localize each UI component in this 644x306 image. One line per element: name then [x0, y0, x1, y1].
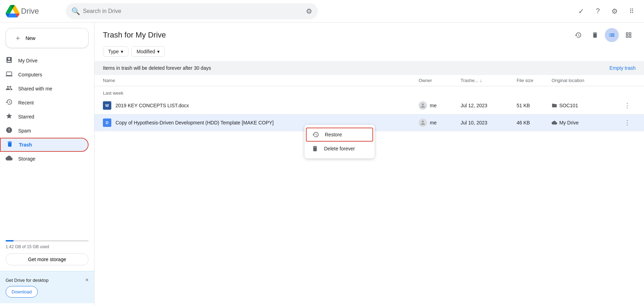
new-button[interactable]: ＋ New: [6, 28, 89, 48]
plus-icon: ＋: [14, 33, 21, 43]
context-menu: Restore Delete forever: [304, 125, 374, 158]
type-filter-btn[interactable]: Type ▾: [103, 46, 128, 57]
tasks-icon-btn[interactable]: ✓: [574, 4, 588, 18]
gdoc-file-icon: D: [103, 118, 111, 127]
delete-icon-btn[interactable]: [588, 28, 602, 42]
search-input[interactable]: [83, 8, 303, 14]
storage-section: 1.42 GB of 15 GB used Get more storage: [0, 232, 94, 271]
table-row[interactable]: D Copy of Hypothesis-Driven Development …: [94, 114, 644, 131]
empty-trash-button[interactable]: Empty trash: [609, 65, 636, 71]
content-area: Trash for My Drive: [94, 22, 644, 306]
folder-icon: [552, 103, 557, 108]
sidebar-item-recent[interactable]: Recent: [0, 96, 89, 110]
shared-icon: [6, 84, 13, 93]
sidebar-label-spam: Spam: [18, 128, 31, 134]
col-location[interactable]: Original location: [552, 78, 622, 83]
owner-cell: me: [419, 101, 461, 110]
content-actions: [571, 28, 636, 42]
get-storage-button[interactable]: Get more storage: [6, 253, 89, 265]
col-filesize-label: File size: [517, 78, 533, 83]
drive-logo-icon: [6, 4, 20, 18]
table-header: Name Owner Trashe... ↓ File size Origina…: [94, 75, 644, 86]
sidebar-item-trash[interactable]: Trash: [0, 138, 89, 152]
promo-title: Get Drive for desktop: [6, 278, 49, 283]
sidebar-item-starred[interactable]: Starred: [0, 110, 89, 124]
restore-icon: [312, 131, 319, 138]
context-menu-item-restore[interactable]: Restore: [306, 128, 373, 142]
trash-notice-text: Items in trash will be deleted forever a…: [103, 65, 211, 71]
spam-icon: [6, 127, 13, 135]
owner-name: me: [430, 120, 436, 125]
storage-text: 1.42 GB of 15 GB used: [6, 244, 89, 249]
page-title: Trash for My Drive: [103, 30, 166, 40]
logo-text: Drive: [21, 7, 39, 16]
col-owner[interactable]: Owner: [419, 78, 461, 83]
section-label: Last week: [94, 86, 644, 97]
sidebar-item-my-drive[interactable]: My Drive: [0, 54, 89, 68]
type-filter-label: Type: [108, 49, 119, 54]
new-label: New: [26, 35, 35, 41]
delete-forever-icon: [312, 145, 318, 152]
modified-filter-btn[interactable]: Modified ▾: [131, 46, 165, 57]
more-options-button[interactable]: ⋮: [622, 100, 633, 111]
location-name: SOC101: [559, 103, 578, 108]
location-name: My Drive: [559, 120, 579, 125]
file-name: 2019 KEY CONCEPTS LIST.docx: [115, 103, 189, 108]
sidebar-label-recent: Recent: [18, 100, 34, 106]
avatar: [419, 101, 427, 110]
search-bar[interactable]: 🔍 ⚙: [66, 3, 318, 19]
trash-notice: Items in trash will be deleted forever a…: [94, 61, 644, 75]
more-options-button[interactable]: ⋮: [622, 117, 633, 128]
header-icons: ✓ ? ⚙ ⠿: [574, 4, 638, 18]
modified-filter-label: Modified: [136, 49, 155, 54]
search-icon: 🔍: [71, 7, 80, 15]
apps-icon-btn[interactable]: ⠿: [624, 4, 638, 18]
delete-forever-label: Delete forever: [324, 146, 355, 151]
file-name-cell: W 2019 KEY CONCEPTS LIST.docx: [103, 101, 419, 110]
avatar: [419, 118, 427, 127]
col-trashed[interactable]: Trashe... ↓: [461, 78, 517, 83]
app-header: Drive 🔍 ⚙ ✓ ? ⚙ ⠿: [0, 0, 644, 22]
sidebar-item-shared[interactable]: Shared with me: [0, 82, 89, 96]
filter-bar: Type ▾ Modified ▾: [94, 42, 644, 61]
sidebar: ＋ New My Drive Computers Shared with: [0, 22, 94, 306]
file-name: Copy of Hypothesis-Driven Development (H…: [115, 120, 274, 125]
col-name[interactable]: Name: [103, 78, 419, 83]
main-area: ＋ New My Drive Computers Shared with: [0, 22, 644, 306]
grid-view-btn[interactable]: [622, 28, 636, 42]
desktop-promo: Get Drive for desktop × Download: [0, 271, 94, 303]
context-menu-item-delete[interactable]: Delete forever: [304, 142, 374, 156]
date-cell: Jul 12, 2023: [461, 103, 517, 108]
sidebar-item-storage[interactable]: Storage: [0, 152, 89, 166]
promo-close-button[interactable]: ×: [85, 277, 89, 283]
computers-icon: [6, 70, 13, 79]
col-location-label: Original location: [552, 78, 584, 83]
size-cell: 51 KB: [517, 103, 552, 108]
date-cell: Jul 10, 2023: [461, 120, 517, 125]
modified-filter-arrow-icon: ▾: [157, 49, 160, 54]
sidebar-label-trash: Trash: [19, 142, 32, 148]
content-header: Trash for My Drive: [94, 22, 644, 42]
promo-header: Get Drive for desktop ×: [6, 277, 89, 283]
restore-all-icon-btn[interactable]: [571, 28, 585, 42]
file-table: Name Owner Trashe... ↓ File size Origina…: [94, 75, 644, 306]
sidebar-item-computers[interactable]: Computers: [0, 68, 89, 82]
sidebar-label-storage: Storage: [18, 156, 35, 162]
sidebar-label-my-drive: My Drive: [18, 58, 37, 63]
storage-bar-bg: [6, 240, 89, 242]
help-icon-btn[interactable]: ?: [591, 4, 605, 18]
list-view-btn[interactable]: [605, 28, 619, 42]
sidebar-item-spam[interactable]: Spam: [0, 124, 89, 138]
download-button[interactable]: Download: [6, 286, 38, 298]
table-row[interactable]: W 2019 KEY CONCEPTS LIST.docx me Jul 12,…: [94, 97, 644, 114]
type-filter-arrow-icon: ▾: [121, 49, 123, 54]
settings-icon-btn[interactable]: ⚙: [608, 4, 622, 18]
starred-icon: [6, 113, 13, 121]
owner-name: me: [430, 103, 436, 108]
restore-label: Restore: [325, 132, 342, 137]
recent-icon: [6, 98, 13, 107]
col-filesize[interactable]: File size: [517, 78, 552, 83]
logo-area: Drive: [6, 4, 62, 18]
size-cell: 46 KB: [517, 120, 552, 125]
search-filter-icon[interactable]: ⚙: [306, 7, 312, 15]
